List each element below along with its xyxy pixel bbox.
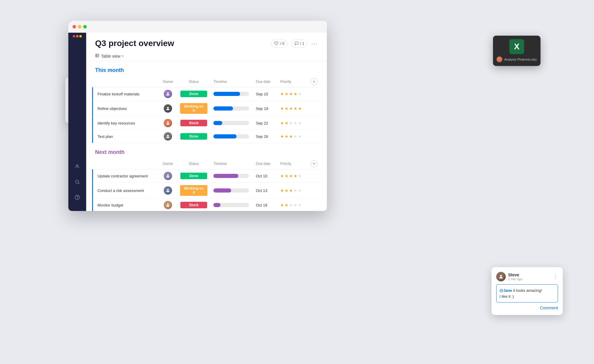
comment-user: Steve 2 min ago [496,272,522,281]
star-2: ★ [289,92,293,96]
task-name-cell: Monitor budget [92,198,159,211]
star-0: ★ [280,121,284,125]
svg-point-12 [167,107,169,108]
owner-cell [159,116,177,130]
timeline-cell [210,87,253,101]
reactions-count: / 0 [280,41,284,46]
table-row[interactable]: Monitor budget Stuck [92,198,321,211]
due-date: Sep 15 [256,92,268,96]
timeline-fill [213,203,220,207]
star-3: ★ [294,121,297,125]
comment-more-options[interactable]: ⋮ [553,274,558,280]
add-column-button[interactable]: + [311,78,318,85]
due-date-cell: Oct 19 [253,198,277,211]
owner-cell [159,87,177,101]
timeline-fill [213,121,222,125]
star-4: ★ [298,134,302,139]
priority-cell: ★★★★★ [277,116,308,130]
due-date-cell: Sep 26 [253,130,277,143]
col-status: Status [177,76,210,87]
table-row[interactable]: Update contractor agreement Done [92,169,321,183]
minimize-button[interactable] [78,25,81,29]
next-month-title: Next month [92,149,321,155]
star-4: ★ [298,188,302,193]
next-month-table: Owner Status Timeline Due date Priority … [92,158,321,211]
table-row[interactable]: Conduct a risk assessment Working on it [92,183,321,198]
star-0: ★ [280,134,284,139]
priority-cell: ★★★★★ [277,198,308,211]
header-actions: / 0 / 1 ··· [271,40,318,48]
col-task-name [92,76,159,87]
row-action-cell [308,169,321,183]
timeline-cell [210,169,253,183]
avatar [164,201,172,209]
sidebar-item-user[interactable] [72,161,83,172]
comments-count: / 1 [300,41,304,46]
task-name: Identify key resources [97,121,135,125]
excel-card: X Analysis Pinterest.xlsx [493,36,541,66]
avatar [164,104,172,113]
sidebar-item-search[interactable] [72,177,83,187]
svg-point-6 [77,198,78,198]
title-bar [68,21,327,33]
stars: ★★★★★ [280,92,305,96]
col-add-2: + [308,158,321,169]
app-window: Q3 project overview / 0 / 1 ··· [68,21,327,211]
star-4: ★ [298,203,302,207]
reactions-button[interactable]: / 0 [271,40,287,48]
row-action-cell [308,198,321,211]
star-4: ★ [298,121,302,125]
add-column-button-2[interactable]: + [311,160,318,167]
status-cell: Working on it [177,101,210,116]
task-name-cell: Test plan [92,130,159,143]
table-row[interactable]: Finalize kickoff materials Done [92,87,321,101]
logo-dot-red [73,35,75,37]
avatar [164,90,172,98]
col-priority: Priority [277,76,308,87]
status-badge: Working on it [180,185,207,196]
maximize-button[interactable] [83,25,87,29]
timeline-bar [213,203,249,207]
task-name: Finalize kickoff materials [97,92,139,96]
star-0: ★ [280,174,284,178]
star-4: ★ [298,92,302,96]
priority-cell: ★★★★★ [277,169,308,183]
star-2: ★ [289,188,293,193]
star-2: ★ [289,134,293,139]
stars: ★★★★★ [280,121,305,125]
due-date: Oct 19 [256,203,267,207]
col-due-date: Due date [253,76,277,87]
status-badge: Working on it [180,103,207,114]
star-3: ★ [294,134,297,139]
table-row[interactable]: Identify key resources Stuck [92,116,321,130]
star-1: ★ [285,203,289,207]
comments-button[interactable]: / 1 [291,40,308,48]
owner-cell [159,101,177,116]
this-month-header-row: Owner Status Timeline Due date Priority … [92,76,321,87]
status-cell: Stuck [177,116,210,130]
content-header: Q3 project overview / 0 / 1 ··· [86,33,327,51]
star-4: ★ [298,106,302,111]
chevron-down-icon: ▾ [122,54,124,58]
main-content: Q3 project overview / 0 / 1 ··· [86,21,327,211]
stars: ★★★★★ [280,134,305,139]
comment-username: Steve [508,272,522,277]
sidebar-item-help[interactable] [72,192,83,203]
close-button[interactable] [73,25,76,29]
status-cell: Done [177,87,210,101]
comment-submit-button[interactable]: Comment [540,305,558,310]
more-options-button[interactable]: ··· [311,40,318,47]
table-row[interactable]: Refine objectives Working on it [92,101,321,116]
timeline-bar [213,134,249,138]
table-row[interactable]: Test plan Done [92,130,321,143]
due-date: Sep 19 [256,106,268,111]
star-3: ★ [294,188,297,193]
avatar [164,132,172,141]
view-selector[interactable]: Table view ▾ [86,51,327,61]
row-action-cell [308,87,321,101]
task-name-cell: Identify key resources [92,116,159,130]
comment-body: @Jane it looks amazing!I like it :) [496,284,558,302]
task-name-cell: Finalize kickoff materials [92,87,159,101]
due-date-cell: Sep 22 [253,116,277,130]
this-month-table: Owner Status Timeline Due date Priority … [92,76,321,143]
